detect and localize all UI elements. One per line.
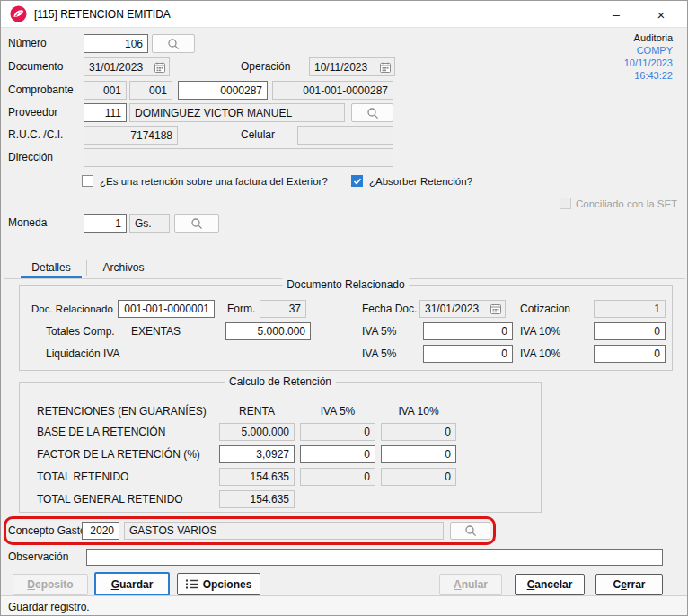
total-retenido-renta: 154.635 bbox=[219, 468, 295, 486]
comprobante-part2: 001 bbox=[129, 81, 172, 100]
operacion-date-input[interactable]: 10/11/2023 bbox=[309, 57, 395, 76]
audit-time: 16:43:22 bbox=[624, 69, 673, 82]
exentas-label: EXENTAS bbox=[131, 322, 181, 341]
doc-relacionado-label: Doc. Relacionado bbox=[31, 300, 113, 319]
concepto-gasto-label: Concepto Gasto bbox=[8, 522, 86, 540]
form-value: 37 bbox=[260, 300, 306, 318]
guardar-button[interactable]: Guardar bbox=[94, 572, 170, 596]
retenciones-header: RETENCIONES (EN GUARANÍES) bbox=[37, 402, 207, 421]
observacion-input[interactable] bbox=[86, 549, 663, 566]
absorber-checkbox[interactable] bbox=[351, 175, 363, 187]
fecha-doc-input[interactable]: 31/01/2023 bbox=[419, 300, 506, 318]
ruc-value: 7174188 bbox=[84, 126, 178, 145]
app-logo-icon bbox=[10, 5, 27, 22]
deposito-button-label: D bbox=[27, 578, 35, 591]
col-iva10-header: IVA 10% bbox=[381, 402, 456, 421]
total-retenido-iva5: 0 bbox=[300, 468, 375, 486]
proveedor-search-button[interactable] bbox=[351, 103, 393, 122]
audit-user: COMPY bbox=[624, 44, 673, 57]
totales-iva5-input[interactable]: 0 bbox=[423, 322, 513, 340]
liq-iva10-label: IVA 10% bbox=[520, 345, 560, 364]
tab-separator bbox=[86, 260, 87, 276]
concepto-gasto-code-input[interactable]: 2020 bbox=[82, 522, 119, 540]
doc-relacionado-input[interactable]: 001-001-0000001 bbox=[118, 300, 215, 318]
moneda-code-input[interactable]: 1 bbox=[84, 214, 127, 233]
concepto-gasto-search-button[interactable] bbox=[450, 522, 490, 540]
liquidacion-iva-label: Liquidación IVA bbox=[46, 345, 120, 364]
cancelar-button[interactable]: Cancelar bbox=[515, 574, 585, 595]
numero-input[interactable]: 106 bbox=[84, 34, 148, 53]
cotizacion-value: 1 bbox=[594, 300, 666, 318]
tab-archivos[interactable]: Archivos bbox=[90, 259, 157, 277]
minimize-button[interactable]: – bbox=[601, 1, 631, 28]
numero-search-button[interactable] bbox=[152, 34, 195, 53]
search-icon bbox=[366, 107, 379, 119]
opciones-button-label: Opciones bbox=[203, 578, 252, 591]
operacion-date-value: 10/11/2023 bbox=[314, 61, 367, 74]
title-bar: [115] RETENCION EMITIDA – × bbox=[1, 1, 687, 28]
calendar-icon[interactable] bbox=[154, 62, 165, 73]
form-label: Form. bbox=[227, 300, 255, 319]
conciliado-checkbox-label: Conciliado con la SET bbox=[576, 195, 677, 213]
fecha-doc-label: Fecha Doc. bbox=[362, 300, 417, 319]
comprobante-number-input[interactable]: 0000287 bbox=[178, 81, 268, 100]
comprobante-full: 001-001-0000287 bbox=[272, 81, 393, 100]
guardar-button-label: G bbox=[111, 578, 119, 591]
window-title: [115] RETENCION EMITIDA bbox=[34, 8, 171, 21]
comprobante-part1: 001 bbox=[84, 81, 127, 100]
status-bar: Guardar registro. bbox=[1, 595, 687, 616]
col-iva5-header: IVA 5% bbox=[300, 402, 375, 421]
moneda-search-button[interactable] bbox=[174, 214, 219, 233]
absorber-checkbox-label: ¿Absorber Retención? bbox=[369, 172, 472, 190]
factor-iva10-input[interactable]: 0 bbox=[381, 445, 456, 463]
close-icon: × bbox=[657, 7, 666, 22]
base-iva10-value: 0 bbox=[381, 423, 456, 441]
base-retencion-label: BASE DE LA RETENCIÓN bbox=[37, 423, 165, 442]
base-renta-value: 5.000.000 bbox=[219, 423, 295, 441]
factor-renta-input[interactable]: 3,0927 bbox=[219, 445, 295, 463]
total-retenido-label: TOTAL RETENIDO bbox=[37, 468, 128, 487]
tab-detalles[interactable]: Detalles bbox=[19, 259, 84, 277]
status-text: Guardar registro. bbox=[8, 601, 90, 613]
proveedor-code-input[interactable]: 111 bbox=[84, 103, 127, 122]
calendar-icon[interactable] bbox=[490, 304, 501, 314]
proveedor-name: DOMINGUEZ VICTOR MANUEL bbox=[129, 103, 345, 122]
total-general-value: 154.635 bbox=[219, 490, 295, 508]
totales-iva10-label: IVA 10% bbox=[520, 322, 560, 341]
factor-iva5-input[interactable]: 0 bbox=[300, 445, 375, 463]
minimize-icon: – bbox=[613, 7, 620, 22]
search-icon bbox=[464, 524, 477, 537]
ruc-label: R.U.C. /C.I. bbox=[8, 126, 63, 145]
calendar-icon[interactable] bbox=[380, 62, 391, 73]
close-button[interactable]: × bbox=[646, 1, 676, 28]
exterior-checkbox[interactable] bbox=[82, 175, 93, 187]
conciliado-checkbox bbox=[560, 198, 571, 209]
documento-date-input[interactable]: 31/01/2023 bbox=[84, 57, 170, 76]
numero-label: Número bbox=[8, 34, 47, 53]
liq-iva10-input[interactable]: 0 bbox=[594, 345, 666, 363]
anular-button: Anular bbox=[439, 574, 502, 595]
audit-panel: Auditoria COMPY 10/11/2023 16:43:22 bbox=[624, 31, 673, 82]
cotizacion-label: Cotizacion bbox=[520, 300, 570, 319]
totales-comp-label: Totales Comp. bbox=[46, 322, 115, 341]
cerrar-button[interactable]: Cerrar bbox=[595, 574, 663, 595]
direccion-value bbox=[84, 148, 393, 167]
totales-iva10-input[interactable]: 0 bbox=[594, 322, 666, 340]
check-icon bbox=[353, 177, 362, 186]
col-renta-header: RENTA bbox=[219, 402, 295, 421]
audit-label: Auditoria bbox=[624, 31, 673, 44]
exentas-input[interactable]: 5.000.000 bbox=[225, 322, 311, 340]
operacion-label: Operación bbox=[241, 57, 290, 76]
cerrar-button-label: C bbox=[613, 578, 621, 591]
direccion-label: Dirección bbox=[8, 148, 53, 167]
observacion-label: Observación bbox=[8, 548, 68, 566]
comprobante-label: Comprobante bbox=[8, 81, 74, 100]
documento-date-value: 31/01/2023 bbox=[89, 61, 143, 74]
calculo-retencion-title: Calculo de Retención bbox=[225, 375, 336, 388]
cancelar-button-label: C bbox=[527, 578, 535, 591]
factor-retencion-label: FACTOR DE LA RETENCIÓN (%) bbox=[37, 445, 200, 464]
liq-iva5-input[interactable]: 0 bbox=[423, 345, 513, 363]
audit-date: 10/11/2023 bbox=[624, 57, 673, 69]
opciones-button[interactable]: Opciones bbox=[177, 573, 260, 595]
anular-button-label: A bbox=[454, 578, 462, 591]
